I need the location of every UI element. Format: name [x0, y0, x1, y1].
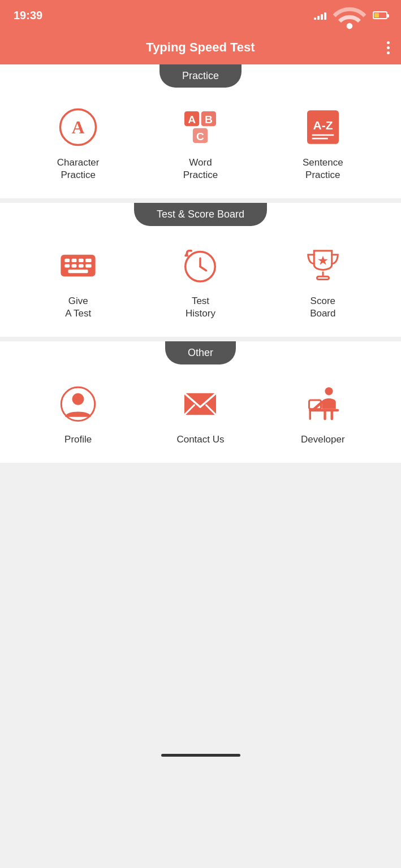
trophy-icon — [303, 246, 343, 285]
more-options-button[interactable] — [387, 41, 390, 54]
test-score-section: Test & Score Board — [0, 203, 401, 341]
other-section: Other Profile — [0, 341, 401, 463]
app-title: Typing Speed Test — [146, 40, 255, 55]
sentence-practice-label: SentencePractice — [303, 157, 343, 181]
content: Practice A CharacterPractice A — [0, 64, 401, 463]
profile-icon-container — [55, 381, 101, 427]
svg-text:B: B — [205, 114, 213, 125]
give-test-item[interactable]: GiveA Test — [17, 243, 139, 320]
svg-point-28 — [72, 393, 84, 405]
svg-line-24 — [200, 267, 206, 271]
battery-icon — [373, 11, 387, 19]
test-score-badge: Test & Score Board — [134, 203, 267, 226]
word-practice-label: WordPractice — [183, 157, 218, 181]
other-badge: Other — [165, 341, 236, 364]
svg-rect-18 — [72, 264, 77, 268]
developer-item[interactable]: Developer — [262, 381, 384, 446]
sentence-icon: A-Z — [303, 107, 343, 147]
developer-icon — [303, 384, 343, 424]
keyboard-icon — [58, 246, 98, 285]
test-history-label: TestHistory — [186, 295, 215, 320]
sentence-practice-item[interactable]: A-Z SentencePractice — [262, 105, 384, 181]
svg-text:A: A — [188, 114, 196, 125]
test-history-item[interactable]: TestHistory — [139, 243, 261, 320]
developer-label: Developer — [301, 433, 345, 446]
practice-grid: A CharacterPractice A B C WordPrac — [0, 93, 401, 181]
svg-rect-20 — [85, 264, 92, 268]
practice-header: Practice — [0, 64, 401, 88]
score-board-icon-container — [300, 243, 346, 288]
test-history-icon-container — [178, 243, 223, 288]
developer-icon-container — [300, 381, 346, 427]
word-practice-icon-container: A B C — [178, 105, 223, 150]
svg-rect-21 — [68, 270, 88, 273]
bottom-bar — [0, 463, 401, 768]
svg-text:C: C — [197, 131, 205, 142]
status-time: 19:39 — [14, 9, 42, 22]
other-grid: Profile Contact Us — [0, 370, 401, 446]
signal-icon — [314, 11, 326, 20]
svg-rect-17 — [65, 264, 70, 268]
contact-us-item[interactable]: Contact Us — [139, 381, 261, 446]
character-practice-label: CharacterPractice — [57, 157, 100, 181]
practice-section: Practice A CharacterPractice A — [0, 64, 401, 203]
svg-text:A-Z: A-Z — [313, 119, 333, 132]
give-test-label: GiveA Test — [65, 295, 91, 320]
status-bar: 19:39 — [0, 0, 401, 31]
practice-badge: Practice — [159, 64, 242, 88]
svg-rect-16 — [85, 259, 92, 262]
svg-rect-13 — [65, 259, 70, 262]
character-icon: A — [58, 107, 98, 147]
svg-point-32 — [325, 388, 333, 396]
test-score-header: Test & Score Board — [0, 203, 401, 226]
sentence-practice-icon-container: A-Z — [300, 105, 346, 150]
svg-text:A: A — [72, 118, 85, 137]
svg-rect-15 — [79, 259, 84, 262]
app-header: Typing Speed Test — [0, 31, 401, 64]
character-practice-icon-container: A — [55, 105, 101, 150]
svg-rect-14 — [72, 259, 77, 262]
svg-rect-19 — [79, 264, 84, 268]
profile-item[interactable]: Profile — [17, 381, 139, 446]
word-icon: A B C — [180, 107, 220, 147]
home-indicator — [161, 754, 240, 757]
other-header: Other — [0, 341, 401, 364]
profile-icon — [58, 384, 98, 424]
score-board-item[interactable]: ScoreBoard — [262, 243, 384, 320]
profile-label: Profile — [64, 433, 92, 446]
character-practice-item[interactable]: A CharacterPractice — [17, 105, 139, 181]
score-board-label: ScoreBoard — [310, 295, 335, 320]
word-practice-item[interactable]: A B C WordPractice — [139, 105, 261, 181]
contact-us-icon-container — [178, 381, 223, 427]
give-test-icon-container — [55, 243, 101, 288]
test-score-grid: GiveA Test TestHistory — [0, 232, 401, 320]
contact-icon — [180, 384, 220, 424]
contact-us-label: Contact Us — [176, 433, 224, 446]
svg-rect-26 — [317, 276, 329, 279]
history-icon — [180, 246, 220, 285]
